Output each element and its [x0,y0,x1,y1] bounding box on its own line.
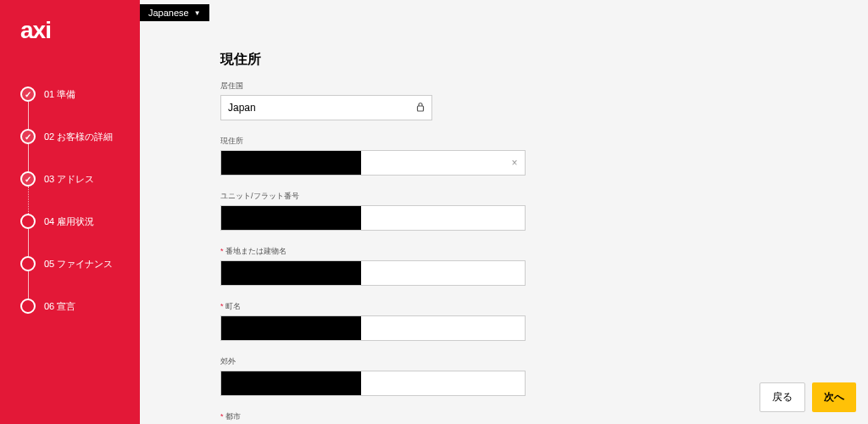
field-street-number: *番地または建物名 [220,246,868,286]
check-icon [20,171,36,187]
step-list: 01 準備 02 お客様の詳細 03 アドレス 04 雇用状況 05 ファイナン… [20,86,140,314]
field-address: 現住所 × [220,136,868,176]
country-value: Japan [228,102,416,114]
field-label: *都市 [220,411,868,422]
step-label: 01 準備 [44,88,75,101]
circle-icon [20,256,36,271]
circle-icon [20,214,36,229]
address-input[interactable] [361,151,504,175]
field-country: 居住国 Japan [220,81,868,120]
street-number-input[interactable] [361,261,525,285]
country-input[interactable]: Japan [220,95,432,120]
step-label: 02 お客様の詳細 [44,131,113,143]
field-label: *番地または建物名 [220,246,868,257]
brand-logo: axi [20,17,140,44]
redacted-block [221,261,361,285]
step-04[interactable]: 04 雇用状況 [20,214,140,229]
field-city: *都市 [220,411,868,424]
step-01[interactable]: 01 準備 [20,86,140,102]
form-container: 現住所 居住国 Japan 現住所 × ユニット/フラット番号 *番地または建物… [140,0,868,424]
field-label: 居住国 [220,81,868,92]
field-label: 現住所 [220,136,868,147]
back-button[interactable]: 戻る [760,382,805,412]
step-label: 05 ファイナンス [44,258,113,271]
redacted-block [221,371,361,395]
street-name-input[interactable] [361,316,525,340]
clear-icon[interactable]: × [504,151,525,175]
field-unit: ユニット/フラット番号 [220,191,868,231]
footer-buttons: 戻る 次へ [760,382,856,412]
next-button[interactable]: 次へ [812,382,856,412]
unit-input[interactable] [361,206,525,230]
circle-icon [20,298,36,314]
step-02[interactable]: 02 お客様の詳細 [20,129,140,144]
field-street-name: *町名 [220,301,868,341]
section-title: 現住所 [220,51,868,69]
step-label: 04 雇用状況 [44,215,94,228]
check-icon [20,86,36,102]
sidebar: axi 01 準備 02 お客様の詳細 03 アドレス 04 雇用状況 05 フ… [0,0,140,424]
redacted-block [221,206,361,230]
step-03[interactable]: 03 アドレス [20,171,140,187]
svg-rect-0 [418,106,424,111]
step-06[interactable]: 06 宣言 [20,298,140,314]
field-label: *町名 [220,301,868,312]
redacted-block [221,151,361,175]
lock-icon [416,100,425,115]
step-label: 06 宣言 [44,300,75,313]
suburb-input[interactable] [361,371,525,395]
check-icon [20,129,36,144]
step-05[interactable]: 05 ファイナンス [20,256,140,271]
step-label: 03 アドレス [44,173,94,186]
field-label: ユニット/フラット番号 [220,191,868,202]
field-label: 郊外 [220,356,868,367]
redacted-block [221,316,361,340]
